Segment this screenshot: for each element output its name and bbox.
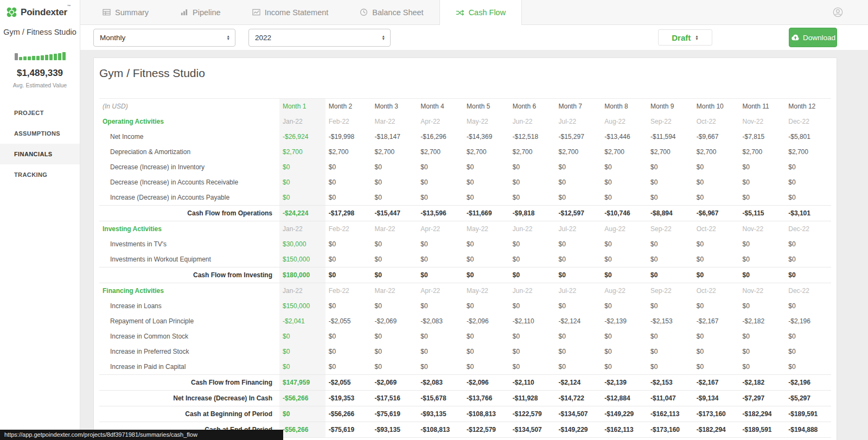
value-cell: $0 [647,359,693,375]
value-cell: Feb-22 [326,221,372,237]
value-cell: -$108,813 [417,422,463,438]
download-button[interactable]: Download [789,28,837,47]
tab-label: Balance Sheet [372,8,423,17]
value-cell: $0 [463,175,509,190]
value-cell: -$75,619 [372,406,418,422]
tab-cash-flow[interactable]: Cash Flow [439,0,522,25]
item-row: Increase in Preferred Stock$0$0$0$0$0$0$… [99,344,831,359]
column-header: Month 9 [647,99,693,114]
tab-income-statement[interactable]: Income Statement [237,0,344,24]
value-cell: $0 [417,160,463,175]
value-cell: $0 [463,329,509,344]
value-cell: $0 [279,359,326,375]
value-cell: $0 [601,160,647,175]
item-row: Decrease (Increase) in Accounts Receivab… [99,175,831,190]
value-cell: Sep-22 [647,114,693,129]
value-cell: Jan-22 [279,114,326,129]
value-cell: $0 [463,252,509,267]
value-cell: -$11,928 [509,391,556,406]
column-header: Month 6 [509,99,556,114]
column-header: Month 4 [417,99,463,114]
value-cell: $0 [693,267,739,283]
value-cell: Oct-22 [693,221,739,237]
value-cell: -$2,167 [693,314,739,329]
row-label: Repayment of Loan Principle [99,314,279,329]
value-cell: $0 [372,252,418,267]
value-cell: $0 [785,175,831,190]
value-cell: -$122,579 [509,406,556,422]
value-cell: Jan-22 [279,283,326,299]
balance-clock-icon [360,8,368,16]
tab-balance-sheet[interactable]: Balance Sheet [344,0,439,24]
value-cell: -$11,047 [647,391,693,406]
row-label: Cash Flow from Operations [99,206,279,221]
value-cell: -$6,967 [693,206,739,221]
status-select[interactable]: Draft ▲▼ [658,29,712,46]
sidebar-item-project[interactable]: PROJECT [0,103,80,123]
value-cell: $0 [601,237,647,252]
value-cell: -$12,884 [601,391,647,406]
value-cell: Aug-22 [601,221,647,237]
column-header: Month 7 [556,99,602,114]
value-cell: Mar-22 [372,283,418,299]
sparkline-bar [58,53,61,60]
app-window: Poindexter™ Gym / Fitness Studio $1,489,… [0,0,868,440]
tab-pipeline[interactable]: Pipeline [164,0,237,24]
value-cell: $2,700 [279,144,326,160]
row-label: Cash at Beginning of Period [99,406,279,422]
value-cell: -$2,110 [509,314,556,329]
user-icon[interactable] [833,7,843,20]
poindexter-logo[interactable]: Poindexter™ [0,0,80,18]
value-cell: -$9,134 [693,391,739,406]
value-cell: $0 [785,252,831,267]
tab-summary[interactable]: Summary [87,0,164,24]
value-cell: $0 [509,190,556,206]
value-cell: $0 [417,252,463,267]
value-cell: $0 [372,359,418,375]
value-cell: -$12,518 [509,129,556,144]
value-cell: $0 [556,175,602,190]
value-cell: Nov-22 [739,221,786,237]
cash-flow-shuffle-icon [456,9,464,17]
value-cell: Jul-22 [556,114,602,129]
value-cell: $0 [739,160,786,175]
value-cell: -$14,722 [556,391,602,406]
sidebar-item-tracking[interactable]: TRACKING [0,164,80,185]
total-row: Net Increase (Decrease) In Cash-$56,266-… [99,391,831,406]
value-cell: -$19,353 [326,391,372,406]
cloud-upload-icon [790,34,800,41]
value-cell: $0 [739,298,786,314]
value-cell: -$17,298 [326,206,372,221]
sidebar-item-financials[interactable]: FINANCIALS [0,144,80,164]
value-cell: $0 [279,344,326,359]
value-cell: $0 [693,329,739,344]
value-cell: -$15,678 [417,391,463,406]
value-cell: -$5,297 [785,391,831,406]
value-cell: $0 [556,267,602,283]
value-cell: Dec-22 [785,114,831,129]
content-area: Gym / Fitness Studio (In USD) Month 1Mon… [80,50,868,440]
value-cell: $2,700 [693,144,739,160]
value-cell: $0 [326,359,372,375]
value-cell: $0 [417,344,463,359]
value-cell: $0 [739,344,786,359]
value-cell: Jul-22 [556,283,602,299]
value-cell: $0 [326,237,372,252]
sparkline-chart [0,47,80,60]
value-cell: -$56,266 [279,391,326,406]
value-cell: $2,700 [509,144,556,160]
value-cell: -$134,507 [509,422,556,438]
value-cell: Jan-22 [279,221,326,237]
cashflow-table: (In USD) Month 1Month 2Month 3Month 4Mon… [99,98,831,438]
period-select[interactable]: Monthly ▲▼ [93,29,235,47]
value-cell: $0 [417,267,463,283]
sidebar-item-assumptions[interactable]: ASSUMPTIONS [0,123,80,144]
value-cell: -$2,083 [417,314,463,329]
row-label: Investing Activities [99,221,279,237]
row-label: Net Income [99,129,279,144]
value-cell: -$2,069 [372,375,418,391]
value-cell: -$2,167 [693,375,739,391]
item-row: Increase in Paid in Capital$0$0$0$0$0$0$… [99,359,831,375]
value-cell: -$13,596 [417,206,463,221]
year-select[interactable]: 2022 ▲▼ [248,29,391,47]
